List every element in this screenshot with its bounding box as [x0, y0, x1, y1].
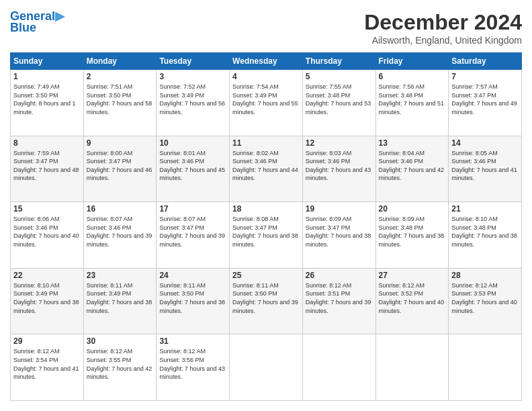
day-info: Sunrise: 8:12 AM Sunset: 3:53 PM Dayligh…: [451, 281, 519, 315]
calendar-cell: 5 Sunrise: 7:55 AM Sunset: 3:48 PM Dayli…: [302, 70, 375, 136]
calendar-table: Sunday Monday Tuesday Wednesday Thursday…: [10, 52, 522, 401]
day-number: 12: [306, 138, 373, 148]
day-info: Sunrise: 8:08 AM Sunset: 3:47 PM Dayligh…: [232, 215, 300, 248]
day-info: Sunrise: 8:04 AM Sunset: 3:46 PM Dayligh…: [379, 149, 446, 183]
calendar-cell: 12 Sunrise: 8:03 AM Sunset: 3:46 PM Dayl…: [302, 136, 375, 202]
week-row-4: 22 Sunrise: 8:10 AM Sunset: 3:49 PM Dayl…: [11, 268, 522, 334]
day-number: 3: [159, 72, 226, 81]
day-number: 24: [159, 271, 226, 280]
col-thursday: Thursday: [302, 53, 375, 70]
day-info: Sunrise: 8:11 AM Sunset: 3:50 PM Dayligh…: [232, 281, 300, 315]
calendar-cell: [449, 334, 522, 401]
day-info: Sunrise: 8:01 AM Sunset: 3:46 PM Dayligh…: [159, 149, 226, 183]
logo: General▶ Blue: [10, 10, 64, 35]
day-info: Sunrise: 8:12 AM Sunset: 3:54 PM Dayligh…: [13, 347, 81, 381]
calendar-cell: 18 Sunrise: 8:08 AM Sunset: 3:47 PM Dayl…: [230, 202, 303, 269]
day-info: Sunrise: 8:12 AM Sunset: 3:56 PM Dayligh…: [159, 347, 226, 381]
day-info: Sunrise: 7:49 AM Sunset: 3:50 PM Dayligh…: [13, 83, 81, 116]
day-info: Sunrise: 8:11 AM Sunset: 3:49 PM Dayligh…: [87, 281, 154, 315]
calendar-cell: 20 Sunrise: 8:09 AM Sunset: 3:48 PM Dayl…: [375, 202, 449, 269]
day-number: 11: [232, 138, 300, 148]
calendar-cell: 28 Sunrise: 8:12 AM Sunset: 3:53 PM Dayl…: [449, 268, 522, 334]
day-info: Sunrise: 8:03 AM Sunset: 3:46 PM Dayligh…: [306, 149, 373, 183]
day-number: 20: [379, 204, 446, 214]
day-number: 17: [159, 204, 226, 214]
day-info: Sunrise: 7:55 AM Sunset: 3:48 PM Dayligh…: [306, 83, 373, 116]
day-info: Sunrise: 7:51 AM Sunset: 3:50 PM Dayligh…: [87, 83, 154, 116]
day-info: Sunrise: 7:52 AM Sunset: 3:49 PM Dayligh…: [159, 83, 226, 116]
col-wednesday: Wednesday: [230, 53, 303, 70]
calendar-cell: 29 Sunrise: 8:12 AM Sunset: 3:54 PM Dayl…: [11, 334, 84, 401]
calendar-cell: 3 Sunrise: 7:52 AM Sunset: 3:49 PM Dayli…: [157, 70, 230, 136]
day-number: 1: [13, 72, 81, 81]
day-info: Sunrise: 8:11 AM Sunset: 3:50 PM Dayligh…: [159, 281, 226, 315]
col-tuesday: Tuesday: [157, 53, 230, 70]
day-number: 16: [87, 204, 154, 214]
day-number: 21: [451, 204, 519, 214]
calendar-cell: 2 Sunrise: 7:51 AM Sunset: 3:50 PM Dayli…: [83, 70, 157, 136]
col-monday: Monday: [83, 53, 157, 70]
page: General▶ Blue December 2024 Ailsworth, E…: [0, 0, 532, 411]
day-number: 4: [232, 72, 300, 81]
calendar-cell: [230, 334, 303, 401]
calendar-cell: 21 Sunrise: 8:10 AM Sunset: 3:48 PM Dayl…: [449, 202, 522, 269]
calendar-cell: 9 Sunrise: 8:00 AM Sunset: 3:47 PM Dayli…: [83, 136, 157, 202]
week-row-1: 1 Sunrise: 7:49 AM Sunset: 3:50 PM Dayli…: [11, 70, 522, 136]
day-info: Sunrise: 8:12 AM Sunset: 3:52 PM Dayligh…: [379, 281, 446, 315]
day-number: 10: [159, 138, 226, 148]
week-row-2: 8 Sunrise: 7:59 AM Sunset: 3:47 PM Dayli…: [11, 136, 522, 202]
day-number: 15: [13, 204, 81, 214]
calendar-cell: 25 Sunrise: 8:11 AM Sunset: 3:50 PM Dayl…: [230, 268, 303, 334]
header: General▶ Blue December 2024 Ailsworth, E…: [10, 10, 522, 46]
subtitle: Ailsworth, England, United Kingdom: [364, 35, 522, 46]
col-saturday: Saturday: [449, 53, 522, 70]
calendar-cell: 1 Sunrise: 7:49 AM Sunset: 3:50 PM Dayli…: [11, 70, 84, 136]
day-number: 8: [13, 138, 81, 148]
day-number: 9: [87, 138, 154, 148]
day-number: 28: [451, 271, 519, 280]
week-row-3: 15 Sunrise: 8:06 AM Sunset: 3:46 PM Dayl…: [11, 202, 522, 269]
day-info: Sunrise: 8:09 AM Sunset: 3:48 PM Dayligh…: [379, 215, 446, 248]
calendar-cell: 14 Sunrise: 8:05 AM Sunset: 3:46 PM Dayl…: [449, 136, 522, 202]
calendar-cell: 7 Sunrise: 7:57 AM Sunset: 3:47 PM Dayli…: [449, 70, 522, 136]
day-info: Sunrise: 8:02 AM Sunset: 3:46 PM Dayligh…: [232, 149, 300, 183]
day-number: 14: [451, 138, 519, 148]
calendar-cell: 16 Sunrise: 8:07 AM Sunset: 3:46 PM Dayl…: [83, 202, 157, 269]
day-info: Sunrise: 8:09 AM Sunset: 3:47 PM Dayligh…: [306, 215, 373, 248]
day-info: Sunrise: 7:59 AM Sunset: 3:47 PM Dayligh…: [13, 149, 81, 183]
calendar-cell: [302, 334, 375, 401]
calendar-cell: 31 Sunrise: 8:12 AM Sunset: 3:56 PM Dayl…: [157, 334, 230, 401]
calendar-cell: 8 Sunrise: 7:59 AM Sunset: 3:47 PM Dayli…: [11, 136, 84, 202]
day-info: Sunrise: 8:12 AM Sunset: 3:51 PM Dayligh…: [306, 281, 373, 315]
calendar-cell: 27 Sunrise: 8:12 AM Sunset: 3:52 PM Dayl…: [375, 268, 449, 334]
day-info: Sunrise: 8:06 AM Sunset: 3:46 PM Dayligh…: [13, 215, 81, 248]
calendar-cell: 30 Sunrise: 8:12 AM Sunset: 3:55 PM Dayl…: [83, 334, 157, 401]
calendar-cell: 4 Sunrise: 7:54 AM Sunset: 3:49 PM Dayli…: [230, 70, 303, 136]
calendar-cell: 26 Sunrise: 8:12 AM Sunset: 3:51 PM Dayl…: [302, 268, 375, 334]
day-info: Sunrise: 7:57 AM Sunset: 3:47 PM Dayligh…: [451, 83, 519, 116]
day-number: 30: [87, 336, 154, 346]
calendar-cell: 13 Sunrise: 8:04 AM Sunset: 3:46 PM Dayl…: [375, 136, 449, 202]
day-number: 27: [379, 271, 446, 280]
day-number: 23: [87, 271, 154, 280]
day-info: Sunrise: 7:54 AM Sunset: 3:49 PM Dayligh…: [232, 83, 300, 116]
col-friday: Friday: [375, 53, 449, 70]
day-info: Sunrise: 8:10 AM Sunset: 3:48 PM Dayligh…: [451, 215, 519, 248]
calendar-cell: 10 Sunrise: 8:01 AM Sunset: 3:46 PM Dayl…: [157, 136, 230, 202]
calendar-cell: 19 Sunrise: 8:09 AM Sunset: 3:47 PM Dayl…: [302, 202, 375, 269]
day-number: 25: [232, 271, 300, 280]
calendar-cell: 23 Sunrise: 8:11 AM Sunset: 3:49 PM Dayl…: [83, 268, 157, 334]
day-number: 13: [379, 138, 446, 148]
day-number: 29: [13, 336, 81, 346]
calendar-cell: 17 Sunrise: 8:07 AM Sunset: 3:47 PM Dayl…: [157, 202, 230, 269]
day-number: 6: [379, 72, 446, 81]
calendar-cell: 6 Sunrise: 7:56 AM Sunset: 3:48 PM Dayli…: [375, 70, 449, 136]
title-block: December 2024 Ailsworth, England, United…: [364, 10, 522, 46]
day-number: 31: [159, 336, 226, 346]
day-info: Sunrise: 8:10 AM Sunset: 3:49 PM Dayligh…: [13, 281, 81, 315]
week-row-5: 29 Sunrise: 8:12 AM Sunset: 3:54 PM Dayl…: [11, 334, 522, 401]
calendar-cell: 15 Sunrise: 8:06 AM Sunset: 3:46 PM Dayl…: [11, 202, 84, 269]
day-info: Sunrise: 8:05 AM Sunset: 3:46 PM Dayligh…: [451, 149, 519, 183]
main-title: December 2024: [364, 10, 522, 35]
day-number: 26: [306, 271, 373, 280]
